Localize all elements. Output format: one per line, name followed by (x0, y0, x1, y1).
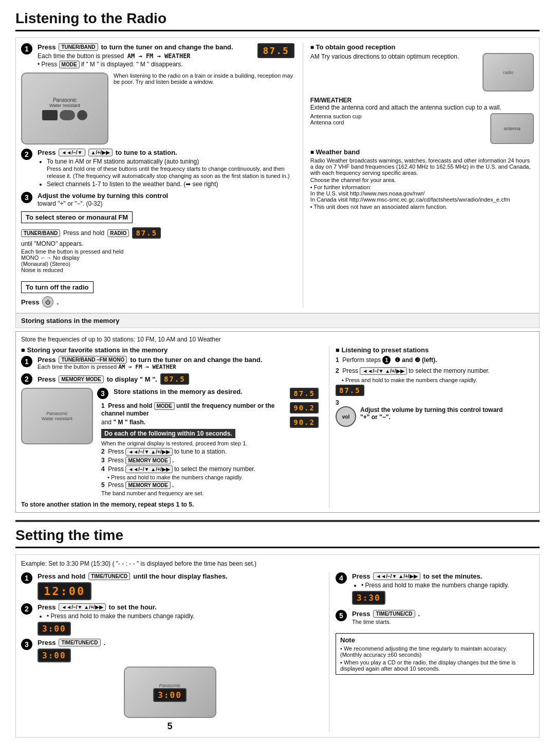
tune-btn1[interactable]: ◄◄/−/▼ (59, 149, 85, 156)
storing-right: ■ Listening to preset stations 1 Perform… (329, 346, 534, 508)
set-step4-num: 4 (336, 572, 347, 584)
stereo-btn1[interactable]: TUNER/BAND (21, 229, 60, 237)
set-step5-note: The time starts. (352, 619, 534, 625)
section-divider (15, 520, 540, 522)
set-step1: 1 Press and hold TIME/TUNE/CD until the … (21, 572, 319, 600)
memory-mode-btn[interactable]: MODE (59, 61, 80, 68)
setting-radio-device: Panasonic 3:00 (124, 667, 216, 718)
turn-off-label: To turn off the radio (21, 281, 94, 293)
step1-text: to turn the tuner on and change the band… (101, 43, 233, 51)
fav-step1-sub: Each time the button is pressed AM → FM … (38, 364, 319, 370)
step1-header-row: Press TUNER/BAND to turn the tuner on an… (38, 43, 249, 51)
time-display-300-2: 3:00 (38, 649, 71, 662)
store-s5-note: The band number and frequency are set. (101, 490, 286, 496)
set-step4-btn[interactable]: ◄◄/−/▼ ▲/+/▶▶ (373, 572, 420, 580)
step3-num: 3 (21, 192, 32, 203)
storing-radio-device: Panasonic Water resistant 3 Store statio… (21, 388, 319, 498)
antenna-labels: Antenna suction cup Antenna cord (310, 113, 486, 144)
turn-off-block: To turn off the radio Press ⏻ . (21, 278, 294, 308)
reception-radio-image: radio (483, 53, 534, 92)
preset-display: 87.5 (336, 385, 534, 396)
store-highlight: Do each of the following within 10 secon… (101, 429, 235, 438)
weather-note: • This unit does not have an associated … (310, 204, 534, 210)
store-when: When the original display is restored, p… (101, 440, 286, 446)
set-time-btn[interactable]: TIME/TUNE/CD (88, 572, 130, 580)
setting-right: 4 Press ◄◄/−/▼ ▲/+/▶▶ to set the minutes… (329, 572, 534, 732)
power-btn[interactable]: ⏻ (42, 296, 53, 308)
time-display-330: 3:30 (352, 591, 385, 605)
store-s4-btn[interactable]: ◄◄/−/▼ ▲/+/▶▶ (125, 465, 172, 473)
store-s3-btn[interactable]: MEMORY MODE (125, 457, 170, 464)
antenna-block: Antenna suction cup Antenna cord antenna (310, 113, 534, 144)
fav-step1: 1 Press TUNER/BAND –FM MONO to turn the … (21, 356, 319, 370)
weather-canada: In Canada visit http://www.msc-smc.ec.gc… (310, 196, 534, 203)
time-display-1200: 12:00 (38, 582, 91, 600)
setting-radio-image: Panasonic 3:00 (21, 667, 319, 718)
storing-intro: Store the frequencies of up to 30 statio… (21, 336, 534, 343)
fav-tuner-btn[interactable]: TUNER/BAND –FM MONO (59, 356, 127, 364)
set-step2-header: Press ◄◄/−/▼ ▲/+/▶▶ to set the hour. (38, 603, 319, 611)
fav-step1-content: Press TUNER/BAND –FM MONO to turn the tu… (38, 356, 319, 370)
turn-off-instruction: Press ⏻ . (21, 296, 294, 308)
step2-bullet1: To tune in AM or FM stations automatical… (47, 158, 294, 179)
good-reception-title: To obtain good reception (310, 43, 534, 51)
store-s3: 3 Press MEMORY MODE . (101, 457, 286, 464)
radio-time-display: 3:00 (153, 688, 187, 702)
step2-header-row: Press ◄◄/−/▼ ▲/+/▶▶ to tune to a station… (38, 149, 294, 156)
store-tune-btn[interactable]: ◄◄/−/▼ ▲/+/▶▶ (125, 448, 172, 456)
fm-weather-title: FM/WEATHER (310, 97, 534, 104)
stereo-instructions: TUNER/BAND Press and hold RADIO 87.5 (21, 227, 294, 239)
setting-example: Example: Set to 3:30 PM (15:30) ( "- - :… (21, 560, 534, 567)
set-step3-display: 3:00 (38, 649, 319, 662)
weather-channel: Choose the channel for your area. (310, 177, 534, 183)
step1-note: • Press MODE if " M " is displayed. " M … (38, 61, 249, 68)
store-s5-btn[interactable]: MEMORY MODE (125, 481, 170, 489)
set-tune-btn[interactable]: ◄◄/−/▼ ▲/+/▶▶ (59, 603, 105, 611)
set-step1-content: Press and hold TIME/TUNE/CD until the ho… (38, 572, 319, 600)
radio-right-col: To obtain good reception AM Try various … (303, 43, 534, 308)
time-display-300-1: 3:00 (38, 622, 71, 636)
fav-step1-num: 1 (21, 356, 32, 367)
stereo-until: until "MONO" appears. (21, 240, 294, 247)
store-and-flash: and " M " flash. (101, 419, 286, 426)
fav-step1-header: Press TUNER/BAND –FM MONO to turn the tu… (38, 356, 319, 364)
set-step5-num: 5 (336, 610, 347, 621)
storing-title: Storing stations in the memory (21, 317, 119, 325)
radio-device-image: Panasonic Water resistant (21, 73, 108, 145)
fm-weather-block: FM/WEATHER Extend the antenna cord and a… (310, 97, 534, 144)
fav-step2-header: Press MEMORY MODE to display " M ". 87.5 (38, 373, 319, 385)
radio-main-section: 1 Press TUNER/BAND to turn the tuner on … (15, 38, 540, 313)
radio-left-col: 1 Press TUNER/BAND to turn the tuner on … (21, 43, 294, 308)
set-step2-bullets: • Press and hold to make the numbers cha… (47, 613, 319, 620)
stereo-btn3[interactable]: RADIO (107, 229, 129, 237)
note2: • When you play a CD or the radio, the d… (340, 659, 529, 672)
stereo-note: Each time the button is pressed and held… (21, 248, 294, 273)
storing-displays: 87.5 90.2 90.2 (290, 388, 319, 498)
fav-mode-btn[interactable]: MEMORY MODE (59, 375, 103, 383)
note1: • We recommend adjusting the time regula… (340, 645, 529, 658)
antenna-image: antenna (490, 113, 534, 144)
set-step2-note1: • Press and hold to make the numbers cha… (47, 613, 319, 620)
step2-num: 2 (21, 149, 32, 160)
step1-sub: Each time the button is pressed AM → FM … (38, 52, 249, 60)
am-fm-weather: AM → FM → WEATHER (127, 52, 191, 60)
store-mode-btn[interactable]: MODE (154, 402, 175, 410)
setting-left: 1 Press and hold TIME/TUNE/CD until the … (21, 572, 319, 732)
fav-step3-text: Store stations in the memory as desired. (114, 388, 243, 395)
store-display-902-1: 90.2 (290, 402, 319, 413)
weather-us: In the U.S. visit http://www.nws.noaa.go… (310, 190, 534, 196)
step5-center-label: 5 (21, 721, 319, 732)
preset-tune-btn[interactable]: ◄◄/−/▼ ▲/+/▶▶ (360, 367, 406, 375)
weather-band-text: Radio Weather broadcasts warnings, watch… (310, 157, 534, 176)
set-step2-content: Press ◄◄/−/▼ ▲/+/▶▶ to set the hour. • P… (38, 603, 319, 636)
set-step3-btn[interactable]: TIME/TUNE/CD (59, 639, 100, 646)
fav-step2: 2 Press MEMORY MODE to display " M ". 87… (21, 373, 319, 385)
preset-step2-row: 2 Press ◄◄/−/▼ ▲/+/▶▶ to select the memo… (336, 367, 534, 375)
set-step4-bullets: • Press and hold to make the numbers cha… (361, 582, 534, 589)
weather-band-title: Weather band (310, 148, 534, 156)
set-step5-btn[interactable]: TIME/TUNE/CD (373, 610, 415, 618)
note-title: Note (340, 636, 529, 644)
tuner-band-btn[interactable]: TUNER/BAND (59, 43, 98, 51)
tune-btn2[interactable]: ▲/+/▶▶ (88, 149, 113, 156)
set-step2: 2 Press ◄◄/−/▼ ▲/+/▶▶ to set the hour. •… (21, 603, 319, 636)
